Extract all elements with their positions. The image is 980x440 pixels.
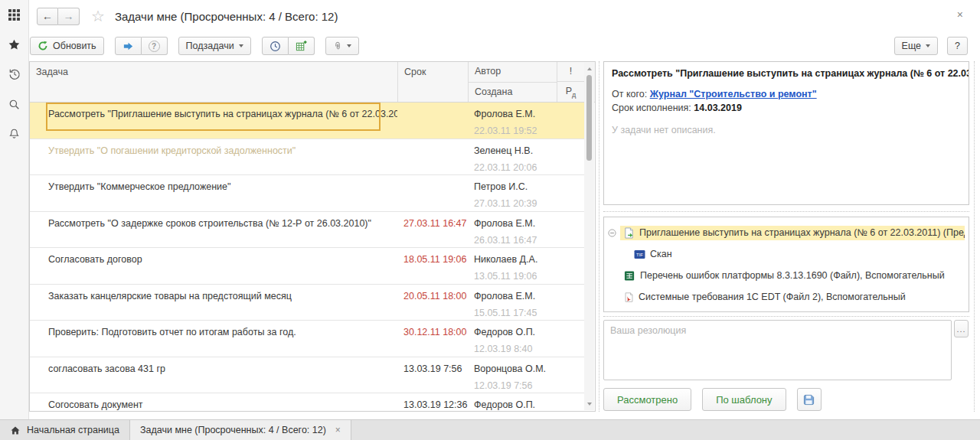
due-cell: 13.03.19 12:36 (397, 393, 468, 411)
tab-tasks[interactable]: Задачи мне (Просроченных: 4 / Всего: 12)… (130, 420, 351, 440)
help-label: ? (955, 41, 960, 51)
attachment-content: TIFСкан (631, 247, 965, 261)
back-button[interactable]: ← (37, 8, 58, 25)
refresh-button[interactable]: Обновить (30, 37, 104, 55)
task-cell: Согласовать договор (30, 248, 397, 284)
column-header-author-created[interactable]: Автор Создана (468, 62, 557, 102)
form-header: ← → ☆ Задачи мне (Просроченных: 4 / Всег… (30, 0, 980, 32)
apps-grid-icon[interactable] (8, 8, 21, 21)
tab-home[interactable]: Начальная страница (0, 420, 130, 440)
forward-group: ? (115, 37, 168, 55)
table-scrollbar[interactable] (584, 63, 594, 410)
tool-panel-sidebar (0, 0, 29, 419)
subtasks-label: Подзадачи (186, 41, 234, 51)
column-header-created[interactable]: Создана (469, 82, 557, 103)
redirect-task-button[interactable] (115, 37, 142, 55)
svg-text:TIF: TIF (636, 253, 643, 257)
column-header-rd[interactable]: Рд (557, 81, 584, 103)
favorites-star-icon[interactable] (8, 37, 21, 51)
author-cell: Николаев Д.А.13.05.11 19:06 (468, 248, 584, 284)
column-header-priority[interactable]: ! (557, 62, 584, 81)
save-button[interactable] (797, 388, 822, 411)
scroll-up-icon[interactable] (584, 64, 594, 73)
paperclip-icon (333, 41, 342, 52)
tab-label: Начальная страница (27, 425, 119, 435)
help-button[interactable]: ? (947, 37, 968, 55)
from-label: От кого: (612, 89, 647, 99)
table-row[interactable]: Согласовать договор18.05.11 19:06Николае… (30, 248, 584, 285)
task-description-box: Рассмотреть "Приглашение выступить на ст… (603, 61, 969, 205)
task-table-body: Рассмотреть "Приглашение выступить на ст… (30, 103, 584, 411)
due-cell: 30.12.11 18:00 (397, 321, 468, 357)
created-date: 12.03.19 8:40 (474, 344, 584, 354)
due-cell: 20.05.11 18:00 (397, 285, 468, 321)
table-row[interactable]: Согосовать документ13.03.19 12:36Федоров… (30, 393, 584, 411)
created-date: 22.03.11 20:06 (474, 162, 584, 173)
tab-close-icon[interactable]: × (335, 425, 341, 435)
add-to-list-button[interactable] (289, 37, 315, 55)
attachment-row[interactable]: Перечень ошибок платформы 8.3.13.1690 (Ф… (608, 265, 965, 286)
subtasks-dropdown-button[interactable]: Подзадачи (178, 37, 251, 55)
task-cell: Согосовать документ (30, 393, 397, 411)
author-cell: Фролова Е.М.22.03.11 19:52 (468, 103, 584, 139)
close-form-icon[interactable]: × (957, 8, 963, 21)
attachment-content: Системные требования 1С EDT (Файл 2), Вс… (621, 290, 965, 305)
resolution-input[interactable] (603, 320, 952, 380)
task-due-line: Срок исполнения: 14.03.2019 (612, 103, 961, 113)
chevron-down-icon (926, 44, 930, 47)
due-value: 14.03.2019 (694, 103, 742, 113)
scroll-down-icon[interactable] (584, 399, 594, 409)
search-icon[interactable] (8, 97, 21, 111)
table-row[interactable]: согласовать засова 431 гр13.03.19 7:56Во… (30, 357, 584, 394)
table-row[interactable]: Проверить: Подготовить отчет по итогам р… (30, 321, 584, 357)
attachment-row[interactable]: TIFСкан (608, 243, 965, 265)
due-cell (397, 103, 468, 139)
by-template-button[interactable]: По шаблону (702, 388, 786, 411)
question-task-button[interactable]: ? (142, 37, 168, 55)
table-header: Задача Срок Автор Создана ! Рд (30, 62, 595, 103)
pdf-file-icon (624, 292, 634, 303)
column-header-flags[interactable]: ! Рд (557, 62, 584, 102)
task-cell: Рассмотреть "Приглашение выступить на ст… (30, 103, 397, 139)
from-link[interactable]: Журнал "Строительство и ремонт" (650, 89, 817, 99)
favorite-star-icon[interactable]: ☆ (91, 8, 105, 24)
scrollbar-thumb[interactable] (586, 75, 592, 161)
table-row[interactable]: Утвердить "О погашении кредиторской задо… (30, 139, 584, 176)
due-cell (397, 139, 468, 175)
clock-button[interactable] (262, 37, 289, 55)
attachments-dropdown-button[interactable] (325, 37, 359, 55)
horizontal-splitter[interactable] (603, 316, 969, 317)
excel-file-icon (624, 270, 635, 282)
document-green-arrow-icon (623, 227, 635, 239)
attachment-label: Перечень ошибок платформы 8.3.13.1690 (Ф… (640, 270, 945, 281)
table-row[interactable]: Заказать канцелярские товары на предстоя… (30, 285, 584, 321)
author-cell: Федоров О.П. (468, 393, 584, 411)
task-cell: Проверить: Подготовить отчет по итогам р… (30, 321, 397, 357)
history-icon[interactable] (8, 67, 21, 81)
created-date: 15.05.11 17:45 (474, 308, 584, 318)
resolution-expand-button[interactable]: ... (954, 320, 969, 337)
due-cell: 27.03.11 16:47 (397, 212, 468, 248)
action-buttons: Рассмотрено По шаблону (603, 388, 822, 411)
attachment-row[interactable]: Приглашение выступить на страницах журна… (608, 222, 965, 243)
table-row[interactable]: Рассмотреть "Приглашение выступить на ст… (30, 103, 584, 139)
column-header-author[interactable]: Автор (469, 62, 557, 82)
created-date: 27.03.11 20:39 (474, 198, 584, 209)
horizontal-splitter[interactable] (603, 211, 969, 212)
reviewed-button[interactable]: Рассмотрено (603, 388, 691, 411)
expander-minus-icon[interactable] (608, 229, 616, 237)
forward-button[interactable]: → (58, 8, 80, 25)
author-name: Фролова Е.М. (474, 109, 584, 119)
author-cell: Фролова Е.М.26.03.11 16:47 (468, 212, 584, 248)
page-title: Задачи мне (Просроченных: 4 / Всего: 12) (115, 10, 338, 23)
column-header-due[interactable]: Срок (397, 62, 468, 102)
column-header-task[interactable]: Задача (30, 62, 397, 102)
blue-arrow-icon (122, 41, 134, 52)
table-row[interactable]: Утвердить "Коммерческое предложение"Петр… (30, 175, 584, 212)
notifications-bell-icon[interactable] (8, 127, 21, 141)
more-dropdown-button[interactable]: Еще (894, 37, 938, 55)
tasks-table: Задача Срок Автор Создана ! Рд Рассмотре… (29, 61, 596, 412)
question-icon: ? (149, 41, 160, 52)
attachment-row[interactable]: Системные требования 1С EDT (Файл 2), Вс… (608, 286, 965, 308)
table-row[interactable]: Рассмотреть "О задержке сроков строитель… (30, 212, 584, 249)
